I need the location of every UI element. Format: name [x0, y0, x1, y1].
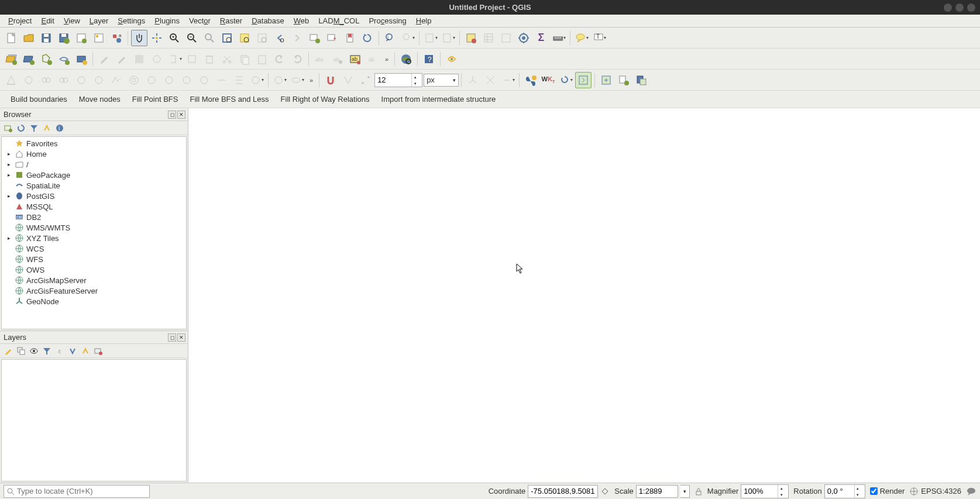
maximize-button[interactable] — [955, 4, 964, 12]
build-boundaries-action[interactable]: Build boundaries — [5, 93, 73, 105]
circle-button[interactable] — [271, 72, 288, 88]
browser-item-postgis[interactable]: ▸PostGIS — [3, 191, 185, 201]
refresh-plugin-button[interactable] — [558, 72, 574, 88]
browser-item-geonode[interactable]: ▸GeoNode — [3, 296, 185, 307]
split-features-button[interactable] — [249, 72, 265, 88]
coordinate-box[interactable] — [528, 485, 598, 498]
menu-help[interactable]: Help — [411, 16, 436, 26]
new-project-button[interactable] — [3, 30, 19, 46]
zoom-full-button[interactable] — [219, 30, 235, 46]
deselect-button[interactable] — [463, 30, 479, 46]
browser-item-spatialite[interactable]: ▸SpatiaLite — [3, 180, 185, 191]
expander-icon[interactable]: ▸ — [8, 193, 12, 199]
magnifier-box[interactable]: ▴▾ — [741, 484, 789, 498]
plugin-green-button[interactable] — [575, 72, 592, 88]
browser-close-button[interactable]: ✕ — [177, 111, 185, 119]
show-bookmarks-button[interactable] — [342, 30, 358, 46]
manage-visibility-icon[interactable] — [28, 345, 40, 357]
filter-legend-icon[interactable] — [41, 345, 53, 357]
fill-more-bfs-action[interactable]: Fill More BFS and Less — [184, 93, 274, 105]
scale-box[interactable] — [636, 485, 678, 498]
plugin-button[interactable] — [443, 51, 460, 67]
menu-vector[interactable]: Vector — [184, 16, 215, 26]
add-layer-icon[interactable] — [2, 122, 14, 134]
browser-tree[interactable]: ▸Favorites▸Home▸/▸GeoPackage▸SpatiaLite▸… — [1, 136, 187, 329]
browser-item-wcs[interactable]: ▸WCS — [3, 243, 185, 254]
refresh-browser-icon[interactable] — [15, 122, 27, 134]
reshape-button[interactable] — [20, 72, 37, 88]
layout-manager-button[interactable] — [91, 30, 107, 46]
toolbar-overflow[interactable]: » — [306, 77, 317, 84]
cut-button[interactable] — [219, 51, 235, 67]
zoom-to-layer-button[interactable] — [254, 30, 270, 46]
menu-database[interactable]: Database — [247, 16, 289, 26]
browser-item-arcgisfeatureserver[interactable]: ▸ArcGisFeatureServer — [3, 285, 185, 296]
new-shapefile-button[interactable] — [38, 51, 54, 67]
coordinate-value[interactable] — [531, 487, 595, 495]
merge-button[interactable] — [56, 72, 72, 88]
expander-icon[interactable]: ▸ — [8, 161, 12, 167]
fill-right-of-way-action[interactable]: Fill Right of Way Relations — [275, 93, 376, 105]
split-button[interactable] — [38, 72, 54, 88]
menu-ladm-col[interactable]: LADM_COL — [314, 16, 364, 26]
tracing-button[interactable] — [340, 72, 356, 88]
field-calculator-button[interactable] — [498, 30, 514, 46]
snap-tolerance-value[interactable] — [375, 74, 411, 87]
avoid-intersections-button[interactable] — [500, 72, 516, 88]
label-change-button[interactable]: ab — [365, 51, 381, 67]
browser-item-db2[interactable]: ▸DB2DB2 — [3, 212, 185, 222]
style-layer-icon[interactable] — [2, 345, 14, 357]
identify-button[interactable]: i — [382, 30, 398, 46]
menu-plugins[interactable]: Plugins — [150, 16, 184, 26]
undo-button[interactable] — [271, 51, 288, 67]
save-project-button[interactable] — [38, 30, 54, 46]
lock-scale-icon[interactable] — [694, 487, 703, 495]
select-features-button[interactable] — [422, 30, 439, 46]
messages-icon[interactable] — [966, 487, 976, 495]
delete-selected-button[interactable] — [201, 51, 218, 67]
zoom-next-button[interactable] — [289, 30, 305, 46]
open-attribute-table-button[interactable] — [480, 30, 497, 46]
filter-browser-icon[interactable] — [28, 122, 40, 134]
menu-settings[interactable]: Settings — [113, 16, 150, 26]
remove-layer-icon[interactable] — [92, 345, 104, 357]
save-edits-button[interactable] — [114, 51, 130, 67]
help-button[interactable]: ? — [421, 51, 437, 67]
statistics-button[interactable]: Σ — [533, 30, 549, 46]
browser-item--[interactable]: ▸/ — [3, 159, 185, 170]
mag-spin-up[interactable]: ▴ — [778, 485, 785, 491]
magnifier-value[interactable] — [741, 485, 778, 498]
menu-web[interactable]: Web — [289, 16, 314, 26]
metasearch-button[interactable] — [398, 51, 414, 67]
paste-button[interactable] — [254, 51, 270, 67]
map-canvas[interactable] — [188, 108, 980, 483]
add-ring-button[interactable] — [126, 72, 142, 88]
rotation-value[interactable] — [825, 485, 854, 498]
menu-project[interactable]: Project — [4, 16, 36, 26]
menu-edit[interactable]: Edit — [36, 16, 59, 26]
offset-button[interactable] — [73, 72, 90, 88]
new-geopackage-button[interactable] — [56, 51, 72, 67]
spin-down[interactable]: ▾ — [412, 80, 418, 87]
expander-icon[interactable]: ▸ — [8, 172, 12, 178]
offset-curve-button[interactable] — [231, 72, 247, 88]
snap-unit-select[interactable]: px▾ — [424, 74, 459, 87]
fill-ring-button[interactable] — [161, 72, 177, 88]
add-part-button[interactable] — [143, 72, 160, 88]
browser-item-wms-wmts[interactable]: ▸WMS/WMTS — [3, 222, 185, 233]
layers-undock-button[interactable]: ◻ — [168, 333, 176, 342]
pan-button[interactable] — [131, 30, 147, 46]
delete-part-button[interactable] — [196, 72, 212, 88]
zoom-out-button[interactable] — [184, 30, 200, 46]
save-as-button[interactable] — [56, 30, 72, 46]
new-print-layout-button[interactable] — [73, 30, 90, 46]
select-by-value-button[interactable] — [440, 30, 456, 46]
menu-raster[interactable]: Raster — [215, 16, 247, 26]
toggle-extents-icon[interactable] — [600, 487, 610, 496]
topo-editing-button[interactable] — [465, 72, 481, 88]
reshape-features-button[interactable] — [214, 72, 230, 88]
collapse-all-icon[interactable] — [80, 345, 91, 357]
move-feature-button[interactable] — [166, 51, 183, 67]
rot-spin-down[interactable]: ▾ — [855, 491, 861, 498]
refresh-button[interactable] — [359, 30, 376, 46]
